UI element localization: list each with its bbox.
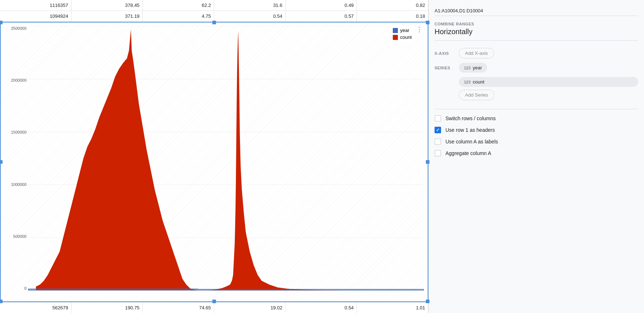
use-row-headers-row[interactable]: Use row 1 as headers	[435, 127, 638, 133]
add-series-button[interactable]: Add Series	[459, 90, 494, 100]
cell-r2c1: 1094924	[0, 11, 72, 21]
aggregate-col-checkbox[interactable]	[435, 150, 441, 156]
cell-r1c6: 0.82	[357, 0, 428, 11]
resize-handle-ml[interactable]	[0, 160, 3, 164]
cell-b1: 562679	[0, 302, 72, 313]
resize-handle-bl[interactable]	[0, 300, 3, 303]
resize-handle-tl[interactable]	[0, 21, 3, 24]
cell-b4: 19.02	[214, 302, 286, 313]
y-label-1m: 1000000	[2, 182, 27, 187]
cell-r2c6: 0.18	[357, 11, 428, 21]
add-x-axis-button[interactable]: Add X-axis	[459, 48, 494, 58]
series-section-header: SERIES 123 year	[435, 63, 638, 73]
legend-label-year: year	[400, 28, 409, 33]
series-list: 123 count	[459, 77, 638, 87]
cell-b3: 74.65	[143, 302, 214, 313]
series-chip-year[interactable]: 123 year	[459, 63, 487, 73]
cell-r2c3: 4.75	[143, 11, 214, 21]
legend-color-year	[393, 28, 398, 33]
chart-plot-area	[28, 26, 424, 290]
y-label-500k: 500000	[2, 234, 27, 239]
use-col-labels-row[interactable]: Use column A as labels	[435, 138, 638, 145]
data-rows: 1116357 378.45 62.2 31.6 0.49 0.82 10949…	[0, 0, 428, 22]
series-year-type-icon: 123	[464, 66, 470, 70]
series-chip-count[interactable]: 123 count	[459, 77, 638, 87]
cell-r1c2: 378.45	[72, 0, 143, 11]
resize-handle-tm[interactable]	[212, 21, 216, 24]
aggregate-col-label: Aggregate column A	[445, 150, 491, 156]
chart-menu-button[interactable]: ⋮	[416, 25, 423, 33]
switch-rows-cols-label: Switch rows / columns	[445, 115, 496, 121]
chart-bar-left	[28, 29, 198, 290]
y-label-2500k: 2500000	[2, 26, 27, 31]
chart-svg	[28, 26, 424, 290]
data-range-input[interactable]: A1:A10004,D1:D10004	[435, 6, 638, 16]
chart-legend: year count	[390, 26, 415, 43]
cell-r2c5: 0.57	[286, 11, 357, 21]
use-col-labels-checkbox[interactable]	[435, 138, 441, 145]
y-label-2m: 2000000	[2, 78, 27, 82]
table-row: 1116357 378.45 62.2 31.6 0.49 0.82	[0, 0, 428, 11]
aggregate-col-row[interactable]: Aggregate column A	[435, 150, 638, 156]
series-count-label: count	[473, 79, 484, 85]
cell-r1c1: 1116357	[0, 0, 72, 11]
legend-item-count: count	[393, 34, 412, 40]
combine-ranges-value[interactable]: Horizontally	[435, 28, 638, 41]
chart-inner: ⋮ year count 0 500000 1000000 1500000 20…	[1, 23, 428, 301]
resize-handle-br[interactable]	[426, 300, 429, 303]
cell-r1c5: 0.49	[286, 0, 357, 11]
switch-rows-cols-row[interactable]: Switch rows / columns	[435, 115, 638, 122]
legend-color-count	[393, 35, 398, 40]
series-year-label: year	[473, 65, 482, 70]
series-count-type-icon: 123	[464, 80, 470, 84]
switch-rows-cols-checkbox[interactable]	[435, 115, 441, 122]
y-axis-labels: 0 500000 1000000 1500000 2000000 2500000	[1, 23, 28, 290]
bottom-data-row: 562679 190.75 74.65 19.02 0.54 1.01	[0, 302, 428, 313]
add-series-container: Add Series	[459, 90, 638, 100]
resize-handle-tr[interactable]	[426, 21, 429, 24]
series-label: SERIES	[435, 66, 455, 70]
use-col-labels-label: Use column A as labels	[445, 139, 498, 145]
chart-editor-panel: A1:A10004,D1:D10004 Combine ranges Horiz…	[428, 0, 644, 313]
table-row: 1094924 371.19 4.75 0.54 0.57 0.18	[0, 11, 428, 22]
y-label-1500k: 1500000	[2, 130, 27, 134]
chart-container[interactable]: ⋮ year count 0 500000 1000000 1500000 20…	[0, 22, 428, 302]
cell-r1c4: 31.6	[214, 0, 286, 11]
x-axis-section: X-AXIS Add X-axis	[435, 48, 638, 58]
legend-label-count: count	[400, 34, 412, 40]
section-divider	[435, 109, 638, 109]
chart-bar-right	[198, 31, 424, 290]
spreadsheet-area: 1116357 378.45 62.2 31.6 0.49 0.82 10949…	[0, 0, 428, 313]
cell-r2c2: 371.19	[72, 11, 143, 21]
chart-bar-year-right	[198, 289, 424, 290]
cell-b6: 1.01	[357, 302, 428, 313]
resize-handle-mr[interactable]	[426, 160, 429, 164]
x-axis-label: X-AXIS	[435, 51, 455, 56]
cell-r1c3: 62.2	[143, 0, 214, 11]
cell-b2: 190.75	[72, 302, 143, 313]
use-row-headers-checkbox[interactable]	[435, 127, 441, 133]
cell-b5: 0.54	[286, 302, 357, 313]
chart-bar-year-left	[28, 289, 198, 290]
use-row-headers-label: Use row 1 as headers	[445, 127, 495, 133]
combine-ranges-label: Combine ranges	[435, 22, 638, 26]
y-label-0: 0	[2, 286, 27, 290]
cell-r2c4: 0.54	[214, 11, 286, 21]
legend-item-year: year	[393, 28, 412, 33]
resize-handle-bm[interactable]	[212, 300, 216, 303]
